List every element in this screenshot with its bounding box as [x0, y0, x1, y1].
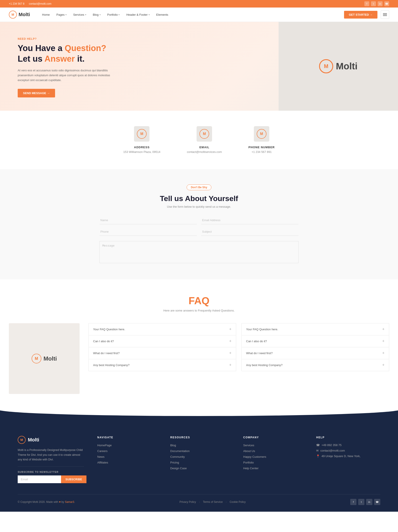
footer-email-input[interactable]: [18, 475, 61, 483]
footer-link-pricing[interactable]: Pricing: [170, 461, 179, 464]
location-icon: 📍: [316, 455, 320, 458]
footer-link-portfolio[interactable]: Portfolio: [243, 461, 254, 464]
footer-logo: M Molti: [18, 436, 84, 444]
hero-description: At vero eos et accusamus iusto odio dign…: [18, 68, 111, 83]
faq-item[interactable]: Your FAQ Question here. +: [88, 323, 236, 335]
nav-blog[interactable]: Blog ▾: [90, 7, 104, 22]
list-item: Design Case: [170, 466, 234, 470]
faq-item[interactable]: Any best Hosting Company? +: [88, 359, 236, 371]
nav-items: Home Pages ▾ Services ▾ Blog ▾ Portfolio…: [39, 7, 344, 22]
footer-link-homepage[interactable]: HomePage: [97, 444, 112, 447]
footer-navigate-list: HomePage Careers News Affiliates: [97, 443, 161, 464]
nav-services[interactable]: Services ▾: [70, 7, 90, 22]
contact-phone-card: M PHONE NUMBER +1 234 567 891: [248, 126, 275, 153]
footer-columns: NAVIGATE HomePage Careers News Affiliate…: [97, 436, 380, 483]
footer-link-design-case[interactable]: Design Case: [170, 467, 187, 470]
nav-home[interactable]: Home: [39, 7, 53, 22]
footer-terms-link[interactable]: Terms of Service: [203, 500, 223, 504]
list-item: News: [97, 455, 161, 458]
list-item: Services: [243, 443, 307, 447]
footer-col-company: COMPANY Services About Us Happy Customer…: [243, 436, 307, 483]
get-started-button[interactable]: GET STARTED →: [344, 11, 378, 19]
footer-link-documentation[interactable]: Documentation: [170, 449, 189, 453]
topbar-email: contact@molti.com: [29, 2, 51, 5]
topbar-phone-icon[interactable]: ☎: [384, 1, 389, 6]
faq-item[interactable]: What do I need first? +: [241, 347, 389, 359]
faq-item[interactable]: What do I need first? +: [88, 347, 236, 359]
footer-facebook-icon[interactable]: f: [350, 499, 356, 505]
phone-icon: M: [257, 129, 267, 139]
footer: M Molti Molti is a Professionally Design…: [0, 423, 398, 512]
topbar-instagram-icon[interactable]: in: [378, 1, 383, 6]
footer-link-services[interactable]: Services: [243, 444, 254, 447]
contact-email-card: M EMAIL contact@moltiservices.com: [187, 126, 222, 153]
nav-header-footer[interactable]: Header & Footer ▾: [123, 7, 153, 22]
list-item: Documentation: [170, 449, 234, 453]
footer-legal-links: Privacy Policy · Terms of Service · Cook…: [180, 500, 246, 504]
subject-input[interactable]: [201, 228, 299, 236]
top-bar-socials: f t in ☎: [364, 1, 389, 6]
footer-privacy-link[interactable]: Privacy Policy: [180, 500, 196, 504]
form-row-2: [99, 228, 299, 236]
hero-logo-text: Molti: [336, 61, 358, 72]
faq-item[interactable]: Can I also do it? +: [88, 335, 236, 347]
nav-elements[interactable]: Elements: [153, 7, 172, 22]
phone-input[interactable]: [99, 228, 197, 236]
footer-subscribe-button[interactable]: SUBSCRIBE: [61, 475, 86, 483]
footer-link-community[interactable]: Community: [170, 455, 185, 458]
footer-link-about[interactable]: About Us: [243, 449, 255, 453]
footer-phone2-icon[interactable]: ☎: [374, 499, 380, 505]
hamburger-icon: [383, 14, 387, 15]
header-footer-chevron-icon: ▾: [149, 13, 150, 16]
hamburger-menu-button[interactable]: [381, 10, 389, 19]
footer-link-help-center[interactable]: Help Center: [243, 467, 259, 470]
footer-bottom: © Copyright Molti 2020. Made with ♥ by S…: [18, 494, 380, 505]
footer-link-affiliates[interactable]: Affiliates: [97, 461, 108, 464]
hero-right: M Molti: [279, 22, 398, 111]
faq-plus-icon: +: [382, 327, 385, 332]
footer-help-address: 📍 49 Uniqe Square D, New York,: [316, 455, 380, 458]
email-icon-wrap: M: [196, 126, 212, 142]
top-bar: +1 234 567 8 contact@molti.com f t in ☎: [0, 0, 398, 7]
name-input[interactable]: [99, 216, 197, 224]
nav-logo[interactable]: M Molti: [9, 11, 30, 19]
message-textarea[interactable]: [99, 241, 299, 263]
send-message-button[interactable]: SEND MESSAGE →: [18, 89, 55, 97]
faq-item[interactable]: Any best Hosting Company? +: [241, 359, 389, 371]
footer-link-news[interactable]: News: [97, 455, 104, 458]
list-item: Affiliates: [97, 461, 161, 464]
faq-item[interactable]: Can I also do it? +: [241, 335, 389, 347]
list-item: About Us: [243, 449, 307, 453]
footer-col-resources: RESOURCES Blog Documentation Community P…: [170, 436, 234, 483]
footer-cookie-link[interactable]: Cookie Policy: [229, 500, 246, 504]
form-title: Tell us About Yourself: [9, 194, 389, 203]
footer-col-navigate: NAVIGATE HomePage Careers News Affiliate…: [97, 436, 161, 483]
footer-top: M Molti Molti is a Professionally Design…: [18, 436, 380, 483]
footer-subscribe-form: SUBSCRIBE: [18, 475, 84, 483]
portfolio-chevron-icon: ▾: [118, 13, 120, 16]
hero-title-question: Question?: [65, 44, 106, 53]
form-description: Use the form below to quickly send us a …: [9, 205, 389, 208]
footer-instagram-icon[interactable]: in: [366, 499, 372, 505]
footer-link-blog[interactable]: Blog: [170, 444, 176, 447]
faq-plus-icon: +: [229, 351, 231, 355]
email-input[interactable]: [201, 216, 299, 224]
nav-portfolio[interactable]: Portfolio ▾: [104, 7, 123, 22]
faq-section: FAQ Here are some answers to Frequently …: [0, 279, 398, 409]
footer-wave: [0, 409, 398, 423]
top-bar-contact: +1 234 567 8 contact@molti.com: [9, 2, 52, 5]
list-item: Careers: [97, 449, 161, 453]
topbar-twitter-icon[interactable]: t: [371, 1, 376, 6]
nav-pages[interactable]: Pages ▾: [53, 7, 70, 22]
footer-twitter-icon[interactable]: t: [358, 499, 364, 505]
footer-link-careers[interactable]: Careers: [97, 449, 107, 453]
navbar: M Molti Home Pages ▾ Services ▾ Blog ▾ P…: [0, 7, 398, 22]
faq-col-left: Your FAQ Question here. + Can I also do …: [88, 323, 236, 394]
footer-help-phone: ☎ +49 892 358 75: [316, 443, 380, 447]
footer-link-happy-customers[interactable]: Happy Customers: [243, 455, 266, 458]
faq-item[interactable]: Your FAQ Question here. +: [241, 323, 389, 335]
faq-columns: Your FAQ Question here. + Can I also do …: [88, 323, 389, 394]
topbar-facebook-icon[interactable]: f: [364, 1, 369, 6]
footer-logo-icon: M: [18, 436, 26, 444]
phone-icon-wrap: M: [254, 126, 269, 142]
